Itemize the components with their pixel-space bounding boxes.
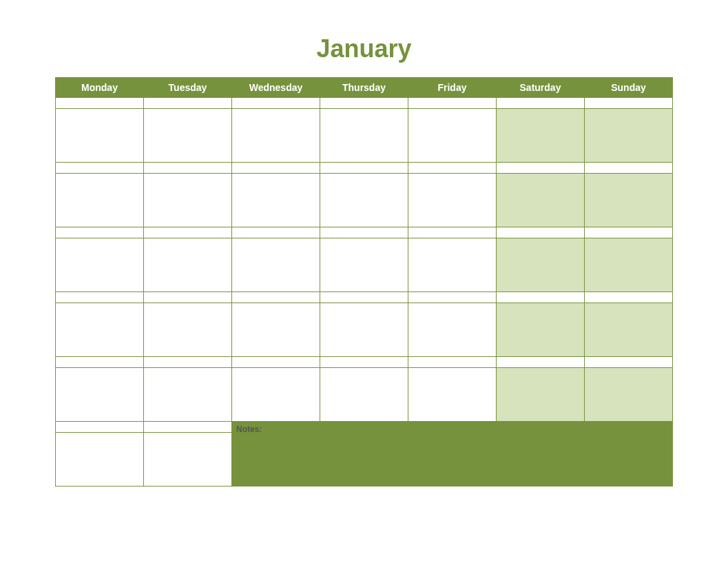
day-number-cell <box>232 98 320 109</box>
day-number-cell <box>144 292 232 303</box>
week-6-number-row: Notes: <box>56 422 673 433</box>
day-header-tuesday: Tuesday <box>144 78 232 98</box>
day-cell <box>56 109 144 163</box>
day-cell <box>408 303 497 357</box>
day-cell <box>232 238 320 292</box>
day-cell <box>144 368 232 422</box>
day-number-cell <box>144 227 232 238</box>
day-number-cell <box>56 357 144 368</box>
day-cell <box>232 174 320 227</box>
notes-block: Notes: <box>232 422 673 487</box>
day-cell <box>408 238 497 292</box>
day-cell <box>144 433 232 487</box>
week-4-content-row <box>56 303 673 357</box>
day-number-cell <box>144 163 232 174</box>
day-number-cell <box>320 357 408 368</box>
day-cell-weekend <box>585 303 673 357</box>
day-cell-weekend <box>585 174 673 227</box>
day-cell <box>320 109 408 163</box>
day-number-cell <box>408 163 497 174</box>
day-number-cell <box>408 292 497 303</box>
week-2-content-row <box>56 174 673 227</box>
week-5-content-row <box>56 368 673 422</box>
day-cell <box>144 303 232 357</box>
day-number-cell <box>232 292 320 303</box>
day-cell-weekend <box>585 238 673 292</box>
day-number-cell <box>232 163 320 174</box>
day-number-cell <box>585 357 673 368</box>
day-number-cell <box>497 292 585 303</box>
day-cell <box>408 109 497 163</box>
day-cell <box>56 368 144 422</box>
day-cell <box>232 303 320 357</box>
day-cell-weekend <box>585 109 673 163</box>
week-1-content-row <box>56 109 673 163</box>
week-1-number-row <box>56 98 673 109</box>
day-cell <box>144 109 232 163</box>
day-number-cell <box>144 422 232 433</box>
week-3-content-row <box>56 238 673 292</box>
day-number-cell <box>232 357 320 368</box>
day-number-cell <box>320 292 408 303</box>
day-cell-weekend <box>585 368 673 422</box>
day-header-wednesday: Wednesday <box>232 78 320 98</box>
day-number-cell <box>320 227 408 238</box>
day-number-cell <box>497 357 585 368</box>
day-number-cell <box>320 98 408 109</box>
day-number-cell <box>585 163 673 174</box>
day-cell-weekend <box>497 303 585 357</box>
day-number-cell <box>585 98 673 109</box>
day-number-cell <box>408 98 497 109</box>
day-number-cell <box>232 227 320 238</box>
calendar-header-row: Monday Tuesday Wednesday Thursday Friday… <box>56 78 673 98</box>
week-3-number-row <box>56 227 673 238</box>
day-cell <box>144 174 232 227</box>
day-number-cell <box>585 227 673 238</box>
day-cell <box>232 368 320 422</box>
calendar-title: January <box>55 34 673 63</box>
day-cell <box>408 174 497 227</box>
week-4-number-row <box>56 292 673 303</box>
day-header-thursday: Thursday <box>320 78 408 98</box>
day-cell <box>320 174 408 227</box>
day-header-friday: Friday <box>408 78 497 98</box>
day-cell <box>56 238 144 292</box>
notes-label: Notes: <box>236 424 262 434</box>
day-cell <box>320 368 408 422</box>
day-number-cell <box>408 227 497 238</box>
day-cell-weekend <box>497 174 585 227</box>
week-5-number-row <box>56 357 673 368</box>
day-number-cell <box>56 422 144 433</box>
day-header-monday: Monday <box>56 78 144 98</box>
day-cell <box>144 238 232 292</box>
day-number-cell <box>56 292 144 303</box>
day-cell <box>56 433 144 487</box>
day-number-cell <box>497 227 585 238</box>
day-number-cell <box>144 98 232 109</box>
day-cell <box>320 303 408 357</box>
day-cell-weekend <box>497 368 585 422</box>
day-number-cell <box>56 98 144 109</box>
day-cell-weekend <box>497 109 585 163</box>
day-cell <box>56 174 144 227</box>
day-cell <box>56 303 144 357</box>
day-number-cell <box>144 357 232 368</box>
day-number-cell <box>497 98 585 109</box>
day-cell <box>320 238 408 292</box>
day-number-cell <box>56 227 144 238</box>
day-cell <box>232 109 320 163</box>
calendar-table: Monday Tuesday Wednesday Thursday Friday… <box>55 77 673 487</box>
day-number-cell <box>408 357 497 368</box>
day-header-saturday: Saturday <box>497 78 585 98</box>
day-number-cell <box>56 163 144 174</box>
day-cell <box>408 368 497 422</box>
day-header-sunday: Sunday <box>585 78 673 98</box>
day-number-cell <box>497 163 585 174</box>
day-number-cell <box>585 292 673 303</box>
day-cell-weekend <box>497 238 585 292</box>
day-number-cell <box>320 163 408 174</box>
week-2-number-row <box>56 163 673 174</box>
